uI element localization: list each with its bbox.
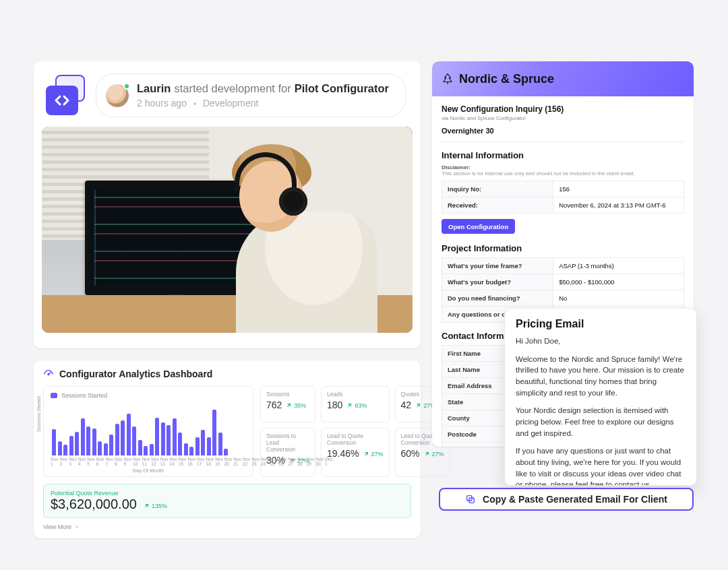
chart-bar <box>178 433 182 455</box>
x-tick: Nov 19 <box>215 457 223 466</box>
open-configuration-button[interactable]: Open Configuration <box>442 219 515 234</box>
revenue-value: $3,620,000.00 <box>51 497 137 512</box>
x-tick: Nov 10 <box>133 457 141 466</box>
metric-label: Sessions to Lead Conversion <box>266 433 309 453</box>
x-tick: Nov 15 <box>179 457 187 466</box>
revenue-label: Potential Quote Revenue <box>51 490 404 497</box>
chart-bar <box>150 444 154 455</box>
chart-bar <box>109 435 113 455</box>
metric-label: Lead to Quote Conversion <box>327 433 384 446</box>
x-tick: Nov 21 <box>233 457 241 466</box>
inquiry-title: New Configuration Inquiry (156) <box>442 104 684 114</box>
metric-tile: Leads 180 63% <box>321 386 390 422</box>
x-tick: Nov 13 <box>160 457 169 466</box>
chart-ylabel: Sessions Started <box>36 396 41 432</box>
metric-delta: 27% <box>363 451 384 457</box>
metric-label: Leads <box>327 391 384 398</box>
chart-bar <box>155 418 159 455</box>
x-tick: Nov 12 <box>151 457 159 466</box>
metric-delta: 35% <box>286 402 306 409</box>
copy-email-button[interactable]: Copy & Paste Generated Email For Client <box>439 488 694 511</box>
x-tick: Nov 20 <box>224 457 233 466</box>
x-tick: Nov 24 <box>261 457 269 466</box>
x-tick: Nov 28 <box>297 457 305 466</box>
chart-bar <box>173 418 177 455</box>
chart-bar <box>81 418 85 455</box>
x-tick: Nov 23 <box>251 457 260 466</box>
revenue-panel: Potential Quote Revenue $3,620,000.00 13… <box>43 484 411 518</box>
email-title: Pricing Email <box>516 318 686 330</box>
chart-bar <box>207 437 211 455</box>
chart-bar <box>201 430 205 455</box>
revenue-delta: 135% <box>144 503 167 509</box>
x-tick: Nov 26 <box>279 457 287 466</box>
sessions-chart: Sessions Started Sessions Started Nov 1N… <box>43 386 253 477</box>
copy-icon <box>465 494 476 505</box>
x-tick: Nov 25 <box>270 457 278 466</box>
svg-point-0 <box>48 374 49 375</box>
metric-delta: 63% <box>346 402 367 409</box>
avatar <box>106 84 129 107</box>
metric-tile: Sessions to Lead Conversion 30% 27% <box>260 428 315 477</box>
activity-project: Pilot Configurator <box>295 81 389 96</box>
x-tick: Nov 6 <box>96 457 104 466</box>
chart-bar <box>52 429 56 455</box>
activity-card: Laurin started development for Pilot Con… <box>34 61 421 348</box>
inquiry-subtitle: Overnighter 30 <box>442 127 684 135</box>
chart-bar <box>195 437 200 455</box>
dashboard-icon <box>43 369 54 379</box>
x-tick: Nov 5 <box>87 457 95 466</box>
activity-timeago: 2 hours ago <box>137 97 187 110</box>
x-tick: Nov 17 <box>197 457 205 466</box>
x-tick: Nov 29 <box>307 457 315 466</box>
table-row: What's your time frame?ASAP (1-3 months) <box>442 258 684 274</box>
chart-bar <box>98 441 102 455</box>
view-more-link[interactable]: View More <box>43 524 80 530</box>
chart-bar <box>144 446 148 455</box>
analytics-card: Configurator Analytics Dashboard Session… <box>34 360 421 538</box>
analytics-title: Configurator Analytics Dashboard <box>59 369 212 379</box>
pricing-email-card: Pricing Email Hi John Doe, Welcome to th… <box>504 308 697 486</box>
table-row: Received:November 6, 2024 at 3:13 PM GMT… <box>442 197 684 214</box>
chart-bar <box>166 425 171 456</box>
brand-bar: Nordic & Spruce <box>432 61 694 96</box>
metric-value: 42 <box>401 400 412 410</box>
hero-photo <box>42 127 413 333</box>
metric-value: 180 <box>327 400 342 410</box>
x-tick: Nov 30 <box>315 457 324 466</box>
chart-xlabel: Day Of Month <box>51 468 246 474</box>
metric-value: 762 <box>266 400 282 410</box>
chart-legend: Sessions Started <box>61 392 107 399</box>
chart-bar <box>224 449 228 455</box>
email-greeting: Hi John Doe, <box>516 336 686 347</box>
chart-bar <box>138 440 142 455</box>
section-internal-title: Internal Information <box>442 150 684 160</box>
email-body-3: If you have any questions or just want t… <box>516 445 686 486</box>
x-tick: Nov 27 <box>289 457 297 466</box>
email-body-2: Your Nordic design selection is itemised… <box>516 405 686 439</box>
activity-row: Laurin started development for Pilot Con… <box>34 61 421 127</box>
code-icon <box>46 75 85 117</box>
activity-verb: started development for <box>174 81 291 96</box>
chart-bar <box>127 414 131 455</box>
chart-bar <box>92 429 96 455</box>
copy-email-label: Copy & Paste Generated Email For Client <box>483 494 667 505</box>
activity-pill[interactable]: Laurin started development for Pilot Con… <box>96 73 406 117</box>
disclaimer-text: This section is for internal use only an… <box>442 170 684 177</box>
chart-bar <box>69 436 73 455</box>
table-row: Do you need financing?No <box>442 290 684 307</box>
brand-name: Nordic & Spruce <box>459 72 554 86</box>
metric-label: Sessions <box>266 391 309 398</box>
x-tick: Nov 14 <box>169 457 177 466</box>
activity-category: Development <box>203 97 259 110</box>
chart-bar <box>104 443 108 455</box>
chart-bar <box>63 445 67 455</box>
x-tick: Nov 9 <box>124 457 132 466</box>
x-tick: Nov 4 <box>78 457 86 466</box>
chart-bar <box>212 410 216 455</box>
metric-tile: Sessions 762 35% <box>260 386 315 422</box>
x-tick: Nov 11 <box>142 457 150 466</box>
metric-delta: 27% <box>424 451 444 457</box>
x-tick: Nov 8 <box>115 457 123 466</box>
chart-bar <box>75 432 79 455</box>
